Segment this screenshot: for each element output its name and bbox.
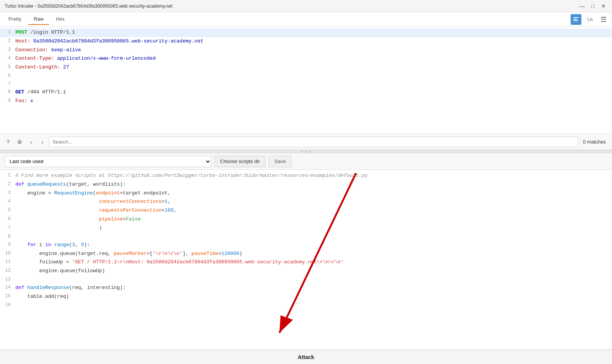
request-line-8: 8 GET /404 HTTP/1.1 bbox=[0, 88, 612, 97]
code-line-7: 7 ) bbox=[0, 224, 612, 233]
search-input[interactable] bbox=[49, 137, 578, 147]
maximize-button[interactable]: □ bbox=[589, 2, 597, 10]
code-line-8: 8 bbox=[0, 233, 612, 241]
request-line-4: 4 Content-Type: application/x-www-form-u… bbox=[0, 54, 612, 63]
request-line-6: 6 bbox=[0, 72, 612, 80]
request-line-5: 5 Content-Length: 27 bbox=[0, 63, 612, 72]
choose-scripts-dir-button[interactable]: Choose scripts dir bbox=[214, 156, 266, 167]
panel-divider[interactable]: • • • bbox=[0, 150, 612, 153]
script-toolbar: Last code used Choose scripts dir Save bbox=[0, 153, 612, 170]
save-button[interactable]: Save bbox=[269, 156, 292, 167]
tab-actions: \n ☰ bbox=[571, 14, 609, 25]
tab-hex[interactable]: Hex bbox=[51, 14, 70, 25]
help-button[interactable]: ? bbox=[3, 137, 13, 147]
code-line-6: 6 pipeline=False bbox=[0, 215, 612, 224]
code-line-2: 2 def queueRequests(target, wordlists): bbox=[0, 180, 612, 189]
svg-rect-0 bbox=[573, 17, 579, 18]
settings-button[interactable]: ⚙ bbox=[15, 137, 24, 147]
code-line-15: 15 table.add(req) bbox=[0, 292, 612, 301]
tab-raw[interactable]: Raw bbox=[28, 14, 49, 25]
code-line-14: 14 def handleResponse(req, interesting): bbox=[0, 284, 612, 292]
code-line-16: 16 bbox=[0, 301, 612, 309]
code-line-3: 3 engine = RequestEngine(endpoint=target… bbox=[0, 189, 612, 198]
request-line-1: 1 POST /login HTTP/1.1 bbox=[0, 28, 612, 37]
close-button[interactable]: ✕ bbox=[600, 2, 607, 10]
search-bar: ? ⚙ ‹ › 0 matches bbox=[0, 134, 612, 150]
title-bar: Turbo Intruder - 0a3500d2042acb67804d3fa… bbox=[0, 0, 612, 12]
matches-count: 0 matches bbox=[580, 139, 609, 145]
code-line-9: 9 for i in range(3, 8): bbox=[0, 241, 612, 250]
code-line-11: 11 followUp = 'GET / HTTP/1.1\r\nHost: 0… bbox=[0, 258, 612, 267]
request-line-2: 2 Host: 0a3500d2042acb67804d3fa300950065… bbox=[0, 37, 612, 46]
nav-back-button[interactable]: ‹ bbox=[26, 137, 36, 147]
code-line-13: 13 bbox=[0, 276, 612, 284]
title-bar-text: Turbo Intruder - 0a3500d2042acb67804d3fa… bbox=[5, 3, 172, 9]
format-icon bbox=[573, 16, 579, 23]
attack-label: Attack bbox=[298, 354, 314, 360]
code-editor[interactable]: 1 # Find more example scripts at https:/… bbox=[0, 170, 612, 349]
newline-button[interactable]: \n bbox=[584, 14, 595, 25]
main-content: • • • Last code used Choose scripts dir … bbox=[0, 150, 612, 364]
format-button[interactable] bbox=[571, 14, 581, 25]
request-line-3: 3 Connection: keep-alive bbox=[0, 46, 612, 55]
svg-rect-1 bbox=[573, 19, 577, 20]
code-line-5: 5 requestsPerConnection=100, bbox=[0, 206, 612, 215]
minimize-button[interactable]: — bbox=[578, 2, 586, 10]
svg-rect-2 bbox=[573, 20, 578, 21]
nav-forward-button[interactable]: › bbox=[38, 137, 47, 147]
menu-button[interactable]: ☰ bbox=[598, 14, 609, 25]
tab-bar: Pretty Raw Hex \n ☰ bbox=[0, 12, 612, 27]
code-line-12: 12 engine.queue(followUp) bbox=[0, 267, 612, 276]
code-line-4: 4 concurrentConnections=1, bbox=[0, 198, 612, 206]
request-line-7: 7 bbox=[0, 80, 612, 88]
code-line-10: 10 engine.queue(target.req, pauseMarker=… bbox=[0, 250, 612, 258]
request-panel: 1 POST /login HTTP/1.1 2 Host: 0a3500d20… bbox=[0, 27, 612, 134]
request-line-9: 9 Foo: x bbox=[0, 97, 612, 106]
script-dropdown[interactable]: Last code used bbox=[5, 156, 211, 167]
attack-bar[interactable]: Attack bbox=[0, 349, 612, 364]
tab-pretty[interactable]: Pretty bbox=[3, 14, 27, 25]
code-line-1: 1 # Find more example scripts at https:/… bbox=[0, 171, 612, 180]
title-bar-controls: — □ ✕ bbox=[578, 2, 607, 10]
